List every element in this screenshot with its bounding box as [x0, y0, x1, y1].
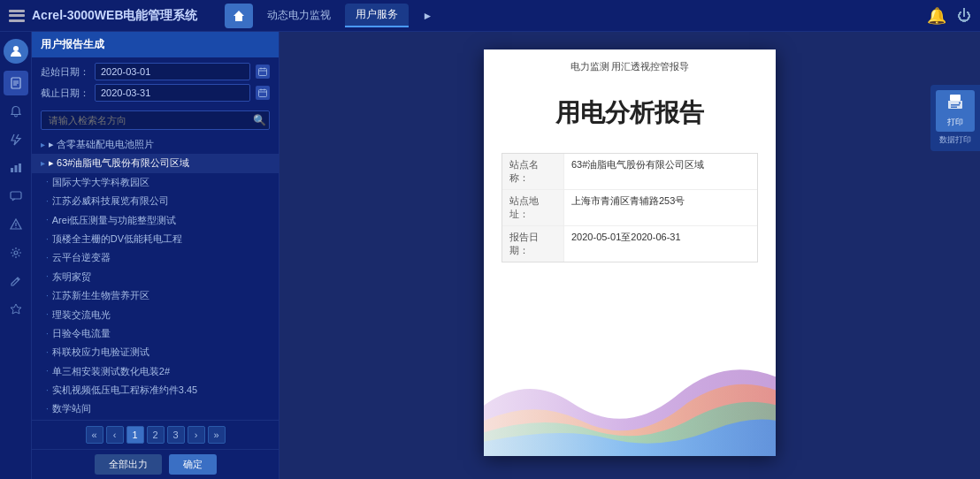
- tree-item-label: ▸ 含零基础配电电池照片: [49, 138, 154, 151]
- tree-item[interactable]: ▸▸ 含零基础配电电池照片: [32, 135, 279, 154]
- tree-item[interactable]: ·顶楼全主栅的DV低能耗电工程: [32, 230, 279, 248]
- tree-item-icon: ·: [46, 290, 49, 302]
- report-wave: [484, 350, 776, 456]
- sidebar-item-report[interactable]: [4, 71, 28, 95]
- search-input[interactable]: [41, 110, 270, 130]
- topbar-right: 🔔 ⏻: [927, 6, 971, 26]
- tree-item-label: 江苏新生生物营养开区: [52, 289, 149, 302]
- page-3-btn[interactable]: 3: [167, 426, 185, 444]
- main-layout: 用户报告生成 起始日期： 截止日期：: [0, 32, 980, 479]
- print-btn[interactable]: 打印: [936, 90, 975, 132]
- menu-icon[interactable]: [9, 10, 25, 22]
- search-row: 🔍: [41, 110, 270, 130]
- svg-point-13: [14, 251, 18, 255]
- sidebar-item-gear[interactable]: [4, 297, 28, 322]
- report-info-label: 站点地址：: [502, 190, 564, 225]
- app-logo: Acrel-3000WEB电能管理系统: [9, 8, 198, 24]
- sidebar-item-bell[interactable]: [4, 99, 28, 124]
- svg-point-12: [15, 227, 16, 228]
- home-button[interactable]: [225, 4, 253, 28]
- tree-item[interactable]: ·实机视频低压电工程标准约件3.45: [32, 381, 279, 399]
- nav-tab-monitoring[interactable]: 动态电力监视: [256, 4, 341, 27]
- svg-rect-16: [259, 69, 267, 76]
- search-icon[interactable]: 🔍: [253, 114, 266, 126]
- tree-item-label: 东明家贸: [52, 270, 91, 284]
- tree-item-icon: ·: [46, 233, 49, 246]
- tree-item[interactable]: ·科联校应力电验证测试: [32, 343, 279, 361]
- page-1-btn[interactable]: 1: [126, 426, 144, 444]
- nav-tab-user-service[interactable]: 用户服务: [345, 4, 409, 27]
- tree-item-icon: ·: [46, 384, 49, 397]
- report-info-row: 站点地址：上海市青浦区青辅路253号: [502, 190, 757, 226]
- start-date-input[interactable]: [95, 63, 250, 80]
- sidebar-item-power[interactable]: [4, 127, 28, 152]
- content-area: 电力监测 用汇透视控管报导 用电分析报告 站点名称：63#油脂电气股份有限公司区…: [279, 32, 980, 479]
- tree-item[interactable]: ▸▸ 63#油脂电气股份有限公司区域: [32, 154, 279, 172]
- page-prev-btn[interactable]: ‹: [106, 426, 124, 444]
- bottom-buttons: 全部出力 确定: [32, 449, 279, 479]
- sidebar-item-chat[interactable]: [4, 184, 28, 209]
- alert-icon[interactable]: 🔔: [927, 6, 946, 26]
- pagination: « ‹ 1 2 3 › »: [32, 420, 279, 449]
- report-info-table: 站点名称：63#油脂电气股份有限公司区域站点地址：上海市青浦区青辅路253号报告…: [501, 153, 758, 262]
- page-2-btn[interactable]: 2: [147, 426, 165, 444]
- preview-btn[interactable]: 全部出力: [95, 454, 162, 475]
- tree-item-icon: ·: [46, 328, 49, 340]
- tree-item[interactable]: ·数学站间: [32, 399, 279, 418]
- sidebar-item-settings[interactable]: [4, 240, 28, 265]
- tree-item[interactable]: ·Arei低压测量与功能整型测试: [32, 211, 279, 230]
- tree-item[interactable]: ·日验令电流量: [32, 324, 279, 343]
- svg-point-1: [13, 46, 19, 51]
- panel-header: 用户报告生成: [32, 32, 279, 57]
- sidebar-icons: [0, 32, 32, 479]
- report-header-text: 电力监测 用汇透视控管报导: [484, 49, 776, 79]
- tree-item-label: ▸ 63#油脂电气股份有限公司区域: [49, 156, 189, 170]
- start-date-picker[interactable]: [256, 65, 270, 79]
- confirm-btn[interactable]: 确定: [169, 454, 217, 475]
- svg-rect-24: [950, 95, 961, 101]
- right-float-panel: 打印 数据打印: [930, 85, 980, 151]
- sidebar-item-edit[interactable]: [4, 269, 28, 293]
- end-date-input[interactable]: [95, 84, 250, 102]
- power-icon[interactable]: ⏻: [957, 8, 971, 24]
- page-next-btn[interactable]: ›: [188, 426, 205, 444]
- sidebar-item-chart[interactable]: [4, 156, 28, 180]
- tree-item-label: 国际大学大学科教园区: [52, 176, 149, 189]
- end-date-row: 截止日期：: [41, 84, 270, 102]
- user-avatar[interactable]: [4, 39, 28, 64]
- tree-item[interactable]: ·理装交流电光: [32, 306, 279, 324]
- svg-rect-9: [11, 192, 21, 199]
- sidebar-item-warn[interactable]: [4, 212, 28, 237]
- export-label: 数据打印: [939, 135, 971, 146]
- tree-item[interactable]: ·云平台逆变器: [32, 248, 279, 267]
- tree-item-label: 日验令电流量: [52, 327, 111, 340]
- tree-list: ▸▸ 含零基础配电电池照片▸▸ 63#油脂电气股份有限公司区域·国际大学大学科教…: [32, 133, 279, 420]
- end-date-picker[interactable]: [256, 86, 270, 100]
- svg-rect-6: [11, 168, 13, 172]
- tree-item[interactable]: ·单三相安装测试数化电装2#: [32, 362, 279, 381]
- report-title: 用电分析报告: [484, 79, 776, 144]
- svg-rect-7: [14, 165, 17, 172]
- nav-tab-more[interactable]: ►: [412, 6, 444, 26]
- start-date-row: 起始日期：: [41, 63, 270, 80]
- tree-item[interactable]: ·江苏新生生物营养开区: [32, 286, 279, 305]
- tree-item-icon: ·: [46, 195, 49, 208]
- report-info-label: 站点名称：: [502, 154, 564, 189]
- tree-item[interactable]: ·东明家贸: [32, 268, 279, 286]
- page-last-btn[interactable]: »: [208, 426, 226, 444]
- report-info-label: 报告日期：: [502, 226, 564, 262]
- tree-item-icon: ·: [46, 214, 49, 226]
- svg-rect-27: [959, 103, 961, 104]
- tree-item-icon: ·: [46, 403, 49, 415]
- start-date-label: 起始日期：: [41, 65, 89, 79]
- page-first-btn[interactable]: «: [86, 426, 103, 444]
- tree-item-icon: ·: [46, 308, 49, 321]
- svg-marker-15: [11, 304, 21, 314]
- svg-rect-26: [951, 107, 957, 109]
- tree-item[interactable]: ·国际大学大学科教园区: [32, 173, 279, 192]
- report-info-value: 63#油脂电气股份有限公司区域: [564, 154, 757, 189]
- top-nav: 动态电力监视 用户服务 ►: [225, 4, 444, 28]
- print-label: 打印: [947, 117, 963, 128]
- report-document: 电力监测 用汇透视控管报导 用电分析报告 站点名称：63#油脂电气股份有限公司区…: [484, 49, 776, 456]
- tree-item[interactable]: ·江苏必威科技展览有限公司: [32, 192, 279, 210]
